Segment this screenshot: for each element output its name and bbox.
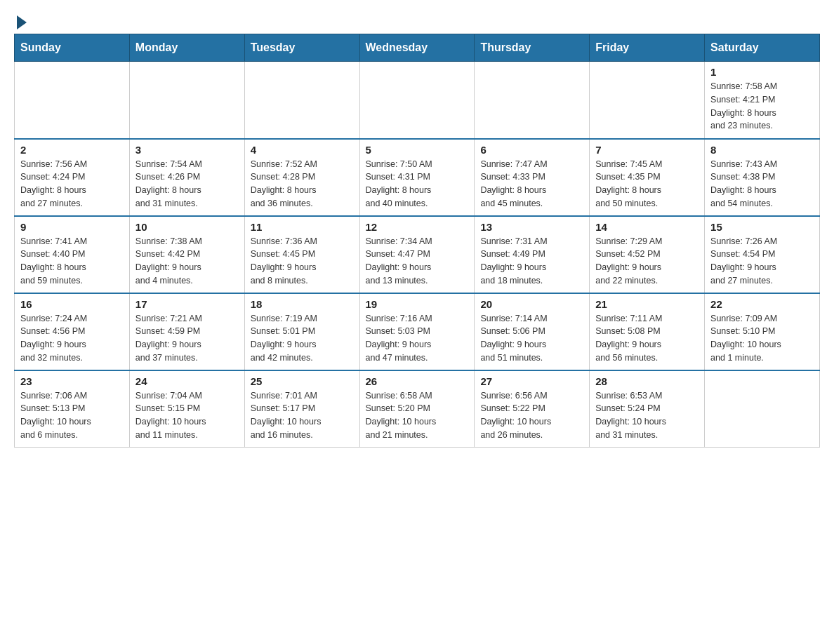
day-number: 4 bbox=[251, 144, 354, 156]
day-info: Sunrise: 7:47 AMSunset: 4:33 PMDaylight:… bbox=[480, 158, 583, 210]
weekday-header-sunday: Sunday bbox=[15, 34, 130, 62]
calendar: SundayMondayTuesdayWednesdayThursdayFrid… bbox=[14, 34, 820, 448]
day-number: 21 bbox=[595, 298, 699, 310]
weekday-header-friday: Friday bbox=[590, 34, 705, 62]
week-row-2: 9Sunrise: 7:41 AMSunset: 4:40 PMDaylight… bbox=[15, 216, 820, 293]
day-number: 15 bbox=[710, 221, 814, 233]
day-info: Sunrise: 6:53 AMSunset: 5:24 PMDaylight:… bbox=[595, 389, 699, 442]
weekday-header-wednesday: Wednesday bbox=[359, 34, 475, 62]
day-info: Sunrise: 7:31 AMSunset: 4:49 PMDaylight:… bbox=[480, 235, 583, 288]
day-number: 27 bbox=[480, 375, 583, 387]
calendar-cell: 11Sunrise: 7:36 AMSunset: 4:45 PMDayligh… bbox=[244, 216, 359, 293]
day-info: Sunrise: 7:50 AMSunset: 4:31 PMDaylight:… bbox=[366, 158, 469, 210]
calendar-cell: 12Sunrise: 7:34 AMSunset: 4:47 PMDayligh… bbox=[359, 216, 475, 293]
week-row-4: 23Sunrise: 7:06 AMSunset: 5:13 PMDayligh… bbox=[15, 370, 820, 448]
day-number: 13 bbox=[480, 221, 583, 233]
calendar-header: SundayMondayTuesdayWednesdayThursdayFrid… bbox=[15, 34, 820, 62]
day-number: 5 bbox=[366, 144, 469, 156]
day-number: 10 bbox=[135, 221, 239, 233]
day-info: Sunrise: 7:19 AMSunset: 5:01 PMDaylight:… bbox=[251, 312, 354, 365]
day-info: Sunrise: 7:38 AMSunset: 4:42 PMDaylight:… bbox=[135, 235, 239, 288]
day-number: 3 bbox=[135, 144, 239, 156]
day-info: Sunrise: 6:56 AMSunset: 5:22 PMDaylight:… bbox=[480, 389, 583, 442]
day-number: 11 bbox=[251, 221, 354, 233]
day-info: Sunrise: 7:29 AMSunset: 4:52 PMDaylight:… bbox=[595, 235, 699, 288]
day-info: Sunrise: 6:58 AMSunset: 5:20 PMDaylight:… bbox=[366, 389, 469, 442]
day-info: Sunrise: 7:21 AMSunset: 4:59 PMDaylight:… bbox=[135, 312, 239, 365]
calendar-cell: 27Sunrise: 6:56 AMSunset: 5:22 PMDayligh… bbox=[475, 370, 590, 448]
calendar-cell: 4Sunrise: 7:52 AMSunset: 4:28 PMDaylight… bbox=[244, 139, 359, 216]
weekday-header-thursday: Thursday bbox=[475, 34, 590, 62]
calendar-cell: 18Sunrise: 7:19 AMSunset: 5:01 PMDayligh… bbox=[244, 293, 359, 370]
calendar-cell: 10Sunrise: 7:38 AMSunset: 4:42 PMDayligh… bbox=[129, 216, 244, 293]
calendar-cell: 13Sunrise: 7:31 AMSunset: 4:49 PMDayligh… bbox=[475, 216, 590, 293]
calendar-cell: 26Sunrise: 6:58 AMSunset: 5:20 PMDayligh… bbox=[359, 370, 475, 448]
day-info: Sunrise: 7:43 AMSunset: 4:38 PMDaylight:… bbox=[710, 158, 814, 210]
calendar-cell: 17Sunrise: 7:21 AMSunset: 4:59 PMDayligh… bbox=[129, 293, 244, 370]
week-row-3: 16Sunrise: 7:24 AMSunset: 4:56 PMDayligh… bbox=[15, 293, 820, 370]
calendar-cell: 28Sunrise: 6:53 AMSunset: 5:24 PMDayligh… bbox=[590, 370, 705, 448]
day-info: Sunrise: 7:26 AMSunset: 4:54 PMDaylight:… bbox=[710, 235, 814, 288]
day-info: Sunrise: 7:52 AMSunset: 4:28 PMDaylight:… bbox=[251, 158, 354, 210]
day-info: Sunrise: 7:06 AMSunset: 5:13 PMDaylight:… bbox=[20, 389, 124, 442]
week-row-1: 2Sunrise: 7:56 AMSunset: 4:24 PMDaylight… bbox=[15, 139, 820, 216]
day-info: Sunrise: 7:24 AMSunset: 4:56 PMDaylight:… bbox=[20, 312, 124, 365]
calendar-cell bbox=[590, 62, 705, 139]
day-number: 23 bbox=[20, 375, 124, 387]
day-number: 1 bbox=[710, 66, 814, 78]
calendar-cell bbox=[705, 370, 820, 448]
page-header bbox=[14, 14, 820, 27]
calendar-cell: 21Sunrise: 7:11 AMSunset: 5:08 PMDayligh… bbox=[590, 293, 705, 370]
day-info: Sunrise: 7:56 AMSunset: 4:24 PMDaylight:… bbox=[20, 158, 124, 210]
day-info: Sunrise: 7:01 AMSunset: 5:17 PMDaylight:… bbox=[251, 389, 354, 442]
calendar-cell: 8Sunrise: 7:43 AMSunset: 4:38 PMDaylight… bbox=[705, 139, 820, 216]
day-number: 25 bbox=[251, 375, 354, 387]
day-info: Sunrise: 7:41 AMSunset: 4:40 PMDaylight:… bbox=[20, 235, 124, 288]
day-number: 19 bbox=[366, 298, 469, 310]
day-number: 8 bbox=[710, 144, 814, 156]
day-number: 7 bbox=[595, 144, 699, 156]
calendar-cell: 2Sunrise: 7:56 AMSunset: 4:24 PMDaylight… bbox=[15, 139, 130, 216]
day-number: 26 bbox=[366, 375, 469, 387]
calendar-cell: 1Sunrise: 7:58 AMSunset: 4:21 PMDaylight… bbox=[705, 62, 820, 139]
calendar-cell: 24Sunrise: 7:04 AMSunset: 5:15 PMDayligh… bbox=[129, 370, 244, 448]
day-info: Sunrise: 7:54 AMSunset: 4:26 PMDaylight:… bbox=[135, 158, 239, 210]
weekday-header-saturday: Saturday bbox=[705, 34, 820, 62]
calendar-cell bbox=[475, 62, 590, 139]
day-number: 6 bbox=[480, 144, 583, 156]
day-info: Sunrise: 7:45 AMSunset: 4:35 PMDaylight:… bbox=[595, 158, 699, 210]
day-number: 16 bbox=[20, 298, 124, 310]
calendar-cell: 15Sunrise: 7:26 AMSunset: 4:54 PMDayligh… bbox=[705, 216, 820, 293]
day-number: 17 bbox=[135, 298, 239, 310]
day-number: 12 bbox=[366, 221, 469, 233]
calendar-cell: 7Sunrise: 7:45 AMSunset: 4:35 PMDaylight… bbox=[590, 139, 705, 216]
calendar-cell bbox=[15, 62, 130, 139]
calendar-cell: 6Sunrise: 7:47 AMSunset: 4:33 PMDaylight… bbox=[475, 139, 590, 216]
logo-arrow-icon bbox=[17, 15, 27, 29]
day-number: 2 bbox=[20, 144, 124, 156]
calendar-cell: 25Sunrise: 7:01 AMSunset: 5:17 PMDayligh… bbox=[244, 370, 359, 448]
day-number: 14 bbox=[595, 221, 699, 233]
week-row-0: 1Sunrise: 7:58 AMSunset: 4:21 PMDaylight… bbox=[15, 62, 820, 139]
logo bbox=[14, 14, 27, 27]
day-number: 24 bbox=[135, 375, 239, 387]
day-info: Sunrise: 7:11 AMSunset: 5:08 PMDaylight:… bbox=[595, 312, 699, 365]
calendar-cell: 22Sunrise: 7:09 AMSunset: 5:10 PMDayligh… bbox=[705, 293, 820, 370]
calendar-cell: 19Sunrise: 7:16 AMSunset: 5:03 PMDayligh… bbox=[359, 293, 475, 370]
calendar-cell: 14Sunrise: 7:29 AMSunset: 4:52 PMDayligh… bbox=[590, 216, 705, 293]
day-number: 20 bbox=[480, 298, 583, 310]
logo-general bbox=[14, 14, 27, 29]
day-number: 18 bbox=[251, 298, 354, 310]
calendar-body: 1Sunrise: 7:58 AMSunset: 4:21 PMDaylight… bbox=[15, 62, 820, 448]
day-info: Sunrise: 7:04 AMSunset: 5:15 PMDaylight:… bbox=[135, 389, 239, 442]
day-info: Sunrise: 7:36 AMSunset: 4:45 PMDaylight:… bbox=[251, 235, 354, 288]
weekday-header-tuesday: Tuesday bbox=[244, 34, 359, 62]
day-info: Sunrise: 7:34 AMSunset: 4:47 PMDaylight:… bbox=[366, 235, 469, 288]
day-info: Sunrise: 7:16 AMSunset: 5:03 PMDaylight:… bbox=[366, 312, 469, 365]
day-number: 22 bbox=[710, 298, 814, 310]
header-row: SundayMondayTuesdayWednesdayThursdayFrid… bbox=[15, 34, 820, 62]
calendar-cell bbox=[244, 62, 359, 139]
calendar-cell: 5Sunrise: 7:50 AMSunset: 4:31 PMDaylight… bbox=[359, 139, 475, 216]
day-number: 28 bbox=[595, 375, 699, 387]
calendar-cell: 3Sunrise: 7:54 AMSunset: 4:26 PMDaylight… bbox=[129, 139, 244, 216]
